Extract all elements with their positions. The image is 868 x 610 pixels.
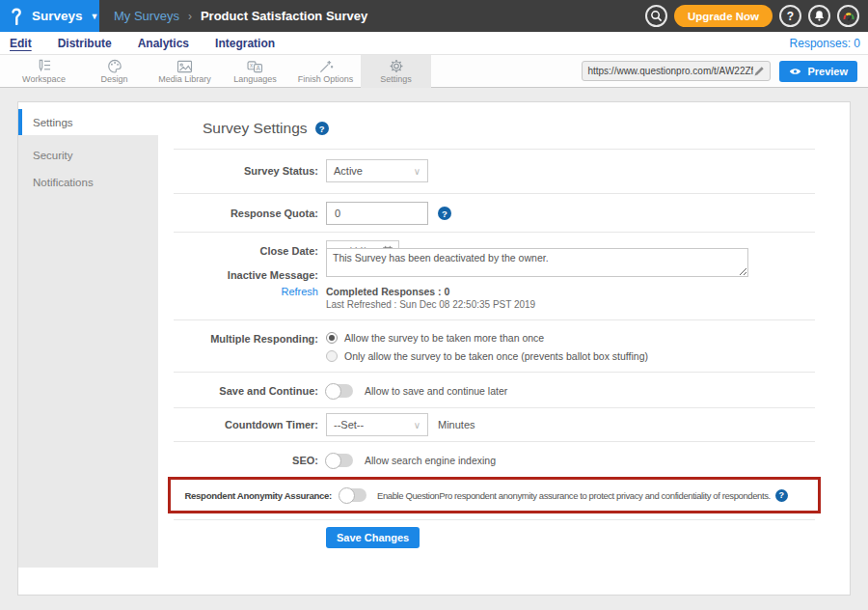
- survey-url-input[interactable]: [587, 66, 753, 76]
- seo-label: SEO:: [174, 455, 318, 466]
- app-menu[interactable]: Surveys ▼: [0, 0, 99, 32]
- nav-tab-edit[interactable]: Edit: [10, 37, 32, 50]
- countdown-timer-select[interactable]: --Set-- ∨: [326, 413, 428, 436]
- survey-status-label: Survey Status:: [174, 165, 318, 177]
- search-icon: [650, 10, 663, 22]
- multiple-responding-label: Multiple Responding:: [174, 332, 318, 345]
- tab-languages[interactable]: x A Languages: [220, 55, 290, 88]
- respondent-anonymity-description: Enable QuestionPro respondent anonymity …: [377, 490, 771, 501]
- breadcrumb-separator-icon: ›: [188, 10, 192, 23]
- sidebar-item-notifications[interactable]: Notifications: [18, 169, 158, 195]
- palette-icon: [107, 59, 122, 73]
- breadcrumb-current: Product Satisfaction Survey: [201, 9, 367, 23]
- completed-responses-text: Completed Responses : 0: [326, 286, 535, 297]
- save-row: Save Changes: [174, 520, 815, 548]
- responses-count[interactable]: Responses: 0: [790, 37, 868, 50]
- response-quota-label: Response Quota:: [174, 208, 318, 219]
- save-and-continue-label: Save and Continue:: [174, 385, 318, 397]
- respondent-anonymity-label: Respondent Anonymity Assurance:: [180, 490, 332, 501]
- edit-pencil-icon[interactable]: [753, 66, 765, 77]
- feedback-gauge-button[interactable]: [837, 5, 859, 27]
- response-quota-row: Response Quota: ?: [174, 194, 815, 232]
- tab-finish-options[interactable]: Finish Options: [290, 55, 361, 88]
- settings-card: Settings Security Notifications Survey S…: [17, 101, 851, 596]
- tab-design[interactable]: Design: [79, 55, 149, 88]
- nav-tab-distribute[interactable]: Distribute: [58, 37, 112, 50]
- image-icon: [176, 60, 193, 73]
- eye-icon: [789, 67, 801, 76]
- survey-nav: Edit Distribute Analytics Integration Re…: [0, 32, 868, 55]
- bell-icon: [813, 10, 826, 22]
- seo-description: Allow search engine indexing: [365, 455, 496, 466]
- save-and-continue-row: Save and Continue: Allow to save and con…: [174, 373, 815, 407]
- search-button[interactable]: [645, 5, 667, 27]
- radio-option-once[interactable]: Only allow the survey to be taken once (…: [326, 350, 648, 362]
- magic-wand-icon: [318, 59, 334, 73]
- response-quota-help-icon[interactable]: ?: [438, 207, 451, 220]
- chevron-down-icon: ∨: [414, 420, 420, 430]
- page-title: Survey Settings: [203, 120, 308, 137]
- app-menu-label: Surveys: [32, 9, 83, 23]
- survey-url-field[interactable]: [582, 61, 771, 81]
- settings-content: Survey Settings ? Survey Status: Active …: [158, 102, 850, 595]
- save-and-continue-description: Allow to save and continue later: [365, 385, 507, 397]
- inactive-message-textarea[interactable]: This Survey has been deactivated by the …: [326, 248, 748, 277]
- countdown-timer-suffix: Minutes: [438, 419, 475, 430]
- notifications-button[interactable]: [808, 5, 830, 27]
- seo-toggle[interactable]: [326, 454, 353, 467]
- page-background: Settings Security Notifications Survey S…: [0, 88, 868, 610]
- chevron-down-icon: ∨: [414, 166, 420, 177]
- nav-tab-analytics[interactable]: Analytics: [138, 37, 189, 50]
- workspace-icon: [36, 59, 52, 73]
- response-quota-input[interactable]: [326, 202, 428, 225]
- respondent-anonymity-help-icon[interactable]: ?: [775, 489, 788, 502]
- multiple-responding-row: Multiple Responding: Allow the survey to…: [174, 320, 815, 372]
- breadcrumb: My Surveys › Product Satisfaction Survey: [114, 9, 367, 23]
- refresh-row: Refresh Completed Responses : 0 Last Ref…: [174, 281, 815, 319]
- gauge-icon: [842, 11, 855, 22]
- top-bar: Surveys ▼ My Surveys › Product Satisfact…: [0, 0, 868, 32]
- upgrade-now-button[interactable]: Upgrade Now: [674, 5, 773, 27]
- edit-toolbar: Workspace Design Media Library x A: [0, 55, 868, 88]
- tab-media-library[interactable]: Media Library: [149, 55, 220, 88]
- refresh-link[interactable]: Refresh: [174, 286, 318, 297]
- save-changes-button[interactable]: Save Changes: [326, 527, 420, 548]
- survey-status-row: Survey Status: Active ∨: [174, 150, 815, 193]
- countdown-timer-label: Countdown Timer:: [174, 419, 318, 430]
- svg-text:A: A: [256, 65, 260, 71]
- breadcrumb-parent[interactable]: My Surveys: [114, 9, 179, 23]
- chevron-down-icon: ▼: [91, 12, 99, 21]
- preview-button[interactable]: Preview: [779, 61, 857, 82]
- radio-unselected-icon[interactable]: [326, 350, 338, 362]
- settings-sidebar: Settings Security Notifications: [18, 102, 158, 595]
- respondent-anonymity-highlight: Respondent Anonymity Assurance: Enable Q…: [168, 477, 821, 513]
- tab-settings[interactable]: Settings: [361, 55, 431, 88]
- gear-icon: [389, 59, 404, 73]
- radio-option-multiple[interactable]: Allow the survey to be taken more than o…: [326, 332, 544, 344]
- seo-row: SEO: Allow search engine indexing: [174, 442, 815, 477]
- survey-status-select[interactable]: Active ∨: [326, 159, 428, 182]
- sidebar-panel: Security Notifications: [18, 135, 158, 568]
- respondent-anonymity-toggle[interactable]: [339, 488, 366, 502]
- save-and-continue-toggle[interactable]: [326, 384, 353, 398]
- inactive-message-row: Inactive Message: This Survey has been d…: [174, 248, 815, 281]
- tab-workspace[interactable]: Workspace: [9, 55, 79, 88]
- countdown-timer-row: Countdown Timer: --Set-- ∨ Minutes: [174, 408, 815, 441]
- last-refreshed-text: Last Refreshed : Sun Dec 08 22:50:35 PST…: [326, 299, 535, 310]
- title-help-icon[interactable]: ?: [315, 122, 329, 135]
- questionpro-logo-icon: [9, 7, 25, 25]
- help-button[interactable]: ?: [779, 5, 801, 27]
- inactive-message-label: Inactive Message:: [174, 248, 318, 281]
- translate-icon: x A: [247, 60, 263, 73]
- nav-tab-integration[interactable]: Integration: [215, 37, 275, 50]
- radio-selected-icon[interactable]: [326, 332, 338, 344]
- sidebar-item-security[interactable]: Security: [18, 142, 158, 168]
- sidebar-item-settings[interactable]: Settings: [18, 109, 158, 135]
